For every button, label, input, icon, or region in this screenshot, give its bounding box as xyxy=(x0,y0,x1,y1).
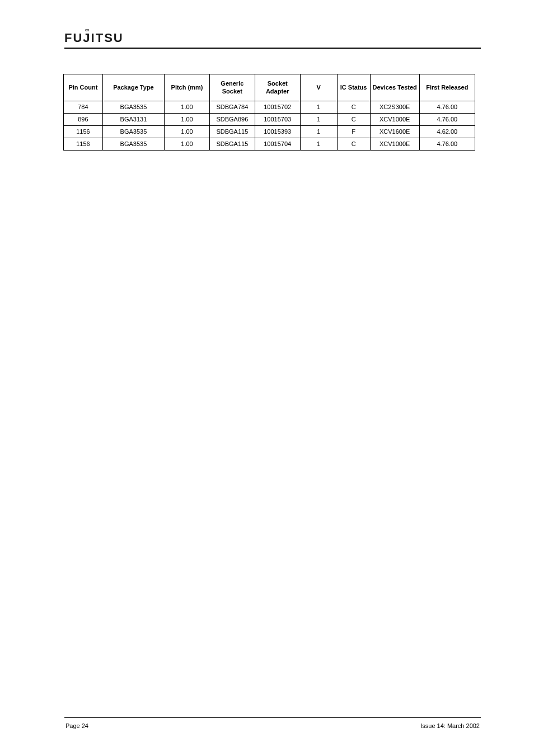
issue-label: Issue 14: March 2002 xyxy=(420,722,480,729)
col-status: IC Status xyxy=(337,74,370,101)
cell-tested: XC2S300E xyxy=(370,101,419,114)
cell-v: 1 xyxy=(300,126,337,138)
cell-pitch: 1.00 xyxy=(165,126,210,138)
table-row: 1156BGA35351.00SDBGA115100157041CXCV1000… xyxy=(64,138,475,151)
cell-package_type: BGA3535 xyxy=(102,101,164,114)
cell-v: 1 xyxy=(300,101,337,114)
footer-row: Page 24 Issue 14: March 2002 xyxy=(64,722,481,729)
cell-status: C xyxy=(337,114,370,126)
cell-adapter: 10015393 xyxy=(255,126,300,138)
cell-v: 1 xyxy=(300,114,337,126)
col-package-type: Package Type xyxy=(102,74,164,101)
cell-package_type: BGA3535 xyxy=(102,126,164,138)
table-body: 784BGA35351.00SDBGA784100157021CXC2S300E… xyxy=(64,101,475,151)
cell-pin_count: 784 xyxy=(64,101,103,114)
cell-adapter: 10015704 xyxy=(255,138,300,151)
col-socket: Generic Socket xyxy=(209,74,255,101)
col-pin-count: Pin Count xyxy=(64,74,103,101)
header: FUJ∞ITSU xyxy=(64,31,481,48)
cell-first_rel: 4.76.00 xyxy=(419,138,475,151)
cell-first_rel: 4.76.00 xyxy=(419,114,475,126)
fujitsu-logo: FUJ∞ITSU xyxy=(64,31,124,45)
cell-status: C xyxy=(337,138,370,151)
col-adapter: Socket Adapter xyxy=(255,74,300,101)
cell-socket: SDBGA784 xyxy=(209,101,255,114)
table-row: 1156BGA35351.00SDBGA115100153931FXCV1600… xyxy=(64,126,475,138)
cell-socket: SDBGA896 xyxy=(209,114,255,126)
col-first-rel: First Released xyxy=(419,74,475,101)
page-number: Page 24 xyxy=(65,722,88,729)
spec-table: Pin Count Package Type Pitch (mm) Generi… xyxy=(63,74,475,151)
page: FUJ∞ITSU Pin Count Package Type Pitch (m… xyxy=(0,0,534,756)
cell-pin_count: 1156 xyxy=(64,126,103,138)
cell-v: 1 xyxy=(300,138,337,151)
header-rule xyxy=(64,48,481,49)
col-v: V xyxy=(300,74,337,101)
cell-package_type: BGA3131 xyxy=(102,114,164,126)
cell-status: F xyxy=(337,126,370,138)
col-pitch: Pitch (mm) xyxy=(165,74,210,101)
cell-pitch: 1.00 xyxy=(165,101,210,114)
cell-pitch: 1.00 xyxy=(165,138,210,151)
spec-table-wrapper: Pin Count Package Type Pitch (mm) Generi… xyxy=(63,74,475,151)
cell-adapter: 10015703 xyxy=(255,114,300,126)
cell-status: C xyxy=(337,101,370,114)
cell-pin_count: 896 xyxy=(64,114,103,126)
cell-pin_count: 1156 xyxy=(64,138,103,151)
cell-package_type: BGA3535 xyxy=(102,138,164,151)
cell-tested: XCV1000E xyxy=(370,114,419,126)
cell-tested: XCV1000E xyxy=(370,138,419,151)
table-row: 896BGA31311.00SDBGA896100157031CXCV1000E… xyxy=(64,114,475,126)
table-row: 784BGA35351.00SDBGA784100157021CXC2S300E… xyxy=(64,101,475,114)
table-header-row: Pin Count Package Type Pitch (mm) Generi… xyxy=(64,74,475,101)
cell-socket: SDBGA115 xyxy=(209,126,255,138)
cell-first_rel: 4.62.00 xyxy=(419,126,475,138)
cell-first_rel: 4.76.00 xyxy=(419,101,475,114)
col-tested: Devices Tested xyxy=(370,74,419,101)
cell-socket: SDBGA115 xyxy=(209,138,255,151)
cell-tested: XCV1600E xyxy=(370,126,419,138)
cell-pitch: 1.00 xyxy=(165,114,210,126)
footer-rule xyxy=(64,717,481,718)
footer: Page 24 Issue 14: March 2002 xyxy=(64,717,481,729)
cell-adapter: 10015702 xyxy=(255,101,300,114)
